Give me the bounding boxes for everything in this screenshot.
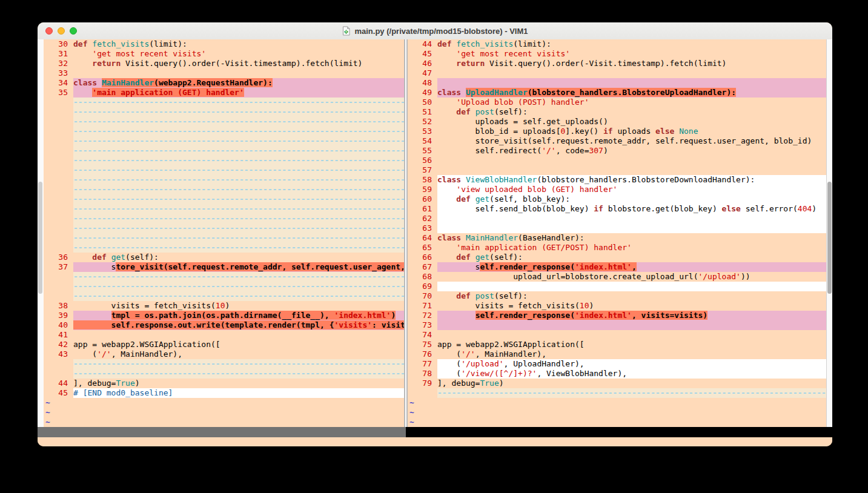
code-line[interactable]: 76 ('/', MainHandler), — [408, 349, 826, 359]
code-line-added[interactable]: 59 'view uploaded blob (GET) handler' — [408, 185, 826, 194]
code-line-added[interactable]: 45# [END mod0_baseline] — [44, 388, 404, 398]
code-line-changed[interactable]: 73 — [408, 320, 826, 330]
code-line[interactable]: 79], debug=True) — [408, 379, 826, 388]
diff-filler-line[interactable]: ----------------------------------------… — [44, 243, 404, 253]
empty-buffer-line[interactable]: ~ — [44, 408, 404, 417]
code-line[interactable]: 47 — [408, 68, 826, 78]
code-line[interactable]: 46 return Visit.query().order(-Visit.tim… — [408, 59, 826, 68]
line-number: 36 — [44, 253, 73, 262]
empty-buffer-line[interactable]: ~ — [408, 398, 826, 408]
empty-buffer-line[interactable]: ~ — [44, 398, 404, 408]
line-text: visits = fetch_visits(10) — [73, 301, 404, 311]
diff-filler-line[interactable]: ----------------------------------------… — [44, 127, 404, 136]
close-button[interactable] — [45, 27, 53, 35]
code-line-changed[interactable]: 49class UploadHandler(blobstore_handlers… — [408, 88, 826, 98]
code-line[interactable]: 57 — [408, 165, 826, 175]
code-line[interactable]: 65 'main application (GET/POST) handler' — [408, 243, 826, 253]
command-line[interactable] — [38, 437, 832, 446]
diff-filler-line[interactable]: ----------------------------------------… — [44, 107, 404, 117]
line-text: 'main application (GET/POST) handler' — [437, 243, 826, 253]
code-line-changed[interactable]: 34class MainHandler(webapp2.RequestHandl… — [44, 78, 404, 88]
code-line-added[interactable]: 77 ('/upload', UploadHandler), — [408, 359, 826, 369]
code-line[interactable]: 66 def get(self): — [408, 253, 826, 262]
right-scrollbar[interactable] — [826, 39, 832, 427]
code-line[interactable]: 43 ('/', MainHandler), — [44, 349, 404, 359]
empty-buffer-line[interactable]: ~ — [408, 417, 826, 427]
code-line[interactable]: 75app = webapp2.WSGIApplication([ — [408, 340, 826, 349]
diff-filler-line[interactable]: ----------------------------------------… — [44, 165, 404, 175]
line-number: 58 — [408, 175, 437, 185]
left-buffer[interactable]: 30def fetch_visits(limit):31 'get most r… — [44, 39, 404, 427]
statusline-left[interactable]: mod0-baseline/main.py — [38, 427, 406, 437]
code-line[interactable]: 74 — [408, 330, 826, 340]
diff-filler-line[interactable]: ----------------------------------------… — [44, 146, 404, 156]
diff-filler-line[interactable]: ----------------------------------------… — [44, 117, 404, 127]
diff-filler-line[interactable]: ----------------------------------------… — [44, 98, 404, 107]
line-text: ----------------------------------------… — [73, 136, 404, 146]
code-line[interactable]: 70 def post(self): — [408, 291, 826, 301]
diff-filler-line[interactable]: ----------------------------------------… — [44, 359, 404, 369]
statusline-right[interactable]: mod15-blobstore/main.py — [406, 427, 832, 437]
empty-buffer-line[interactable]: ~ — [44, 417, 404, 427]
code-line[interactable]: 36 def get(self): — [44, 253, 404, 262]
code-line[interactable]: 52 uploads = self.get_uploads() — [408, 117, 826, 127]
diff-filler-line[interactable]: ----------------------------------------… — [44, 233, 404, 243]
diff-filler-line[interactable]: ----------------------------------------… — [44, 175, 404, 185]
diff-filler-line[interactable]: ----------------------------------------… — [44, 291, 404, 301]
code-line[interactable]: 56 — [408, 156, 826, 165]
code-line-added[interactable]: 63 — [408, 223, 826, 233]
right-scrollbar-thumb[interactable] — [827, 182, 832, 294]
code-line-changed[interactable]: 39 tmpl = os.path.join(os.path.dirname(_… — [44, 311, 404, 320]
code-line[interactable]: 32 return Visit.query().order(-Visit.tim… — [44, 59, 404, 68]
code-line[interactable]: 51 def post(self): — [408, 107, 826, 117]
code-line[interactable]: 41 — [44, 330, 404, 340]
code-line-added[interactable]: 61 self.send_blob(blob_key) if blobstore… — [408, 204, 826, 214]
code-line[interactable]: 33 — [44, 68, 404, 78]
empty-buffer-line[interactable]: ~ — [408, 408, 826, 417]
code-line-changed[interactable]: 72 self.render_response('index.html', vi… — [408, 311, 826, 320]
line-number — [44, 282, 73, 291]
code-line[interactable]: 64class MainHandler(BaseHandler): — [408, 233, 826, 243]
diff-filler-line[interactable]: ----------------------------------------… — [44, 156, 404, 165]
diff-filler-line[interactable]: ----------------------------------------… — [44, 214, 404, 223]
right-buffer[interactable]: 44def fetch_visits(limit):45 'get most r… — [408, 39, 826, 427]
code-line[interactable]: 44], debug=True) — [44, 379, 404, 388]
diff-filler-line[interactable]: ----------------------------------------… — [44, 282, 404, 291]
code-line-changed[interactable]: 35 'main application (GET) handler' — [44, 88, 404, 98]
code-line[interactable]: 31 'get most recent visits' — [44, 49, 404, 59]
code-line-added[interactable]: 78 ('/view/([^/]+)?', ViewBlobHandler), — [408, 369, 826, 379]
diff-filler-line[interactable]: ----------------------------------------… — [44, 272, 404, 282]
code-line[interactable]: 71 visits = fetch_visits(10) — [408, 301, 826, 311]
code-line[interactable]: 30def fetch_visits(limit): — [44, 39, 404, 49]
left-scrollbar-thumb[interactable] — [38, 182, 42, 294]
titlebar[interactable]: V main.py (/private/tmp/mod15-blobstore)… — [38, 22, 832, 40]
code-line[interactable]: 38 visits = fetch_visits(10) — [44, 301, 404, 311]
code-line[interactable]: 50 'Upload blob (POST) handler' — [408, 98, 826, 107]
diff-filler-line[interactable]: ----------------------------------------… — [44, 136, 404, 146]
diff-filler-line[interactable]: ----------------------------------------… — [408, 388, 826, 398]
diff-filler-line[interactable]: ----------------------------------------… — [44, 194, 404, 204]
code-line-added[interactable]: 58class ViewBlobHandler(blobstore_handle… — [408, 175, 826, 185]
code-line-changed[interactable]: 67 self.render_response('index.html', — [408, 262, 826, 272]
code-line[interactable]: 45 'get most recent visits' — [408, 49, 826, 59]
code-line[interactable]: 68 upload_url=blobstore.create_upload_ur… — [408, 272, 826, 282]
diff-filler-line[interactable]: ----------------------------------------… — [44, 369, 404, 379]
code-line-added[interactable]: 60 def get(self, blob_key): — [408, 194, 826, 204]
code-line[interactable]: 54 store_visit(self.request.remote_addr,… — [408, 136, 826, 146]
code-line-changed[interactable]: 37 store_visit(self.request.remote_addr,… — [44, 262, 404, 272]
code-line-added[interactable]: 69 — [408, 282, 826, 291]
diff-filler-line[interactable]: ----------------------------------------… — [44, 223, 404, 233]
diff-filler-line[interactable]: ----------------------------------------… — [44, 185, 404, 194]
line-text — [73, 330, 404, 340]
code-line[interactable]: 55 self.redirect('/', code=307) — [408, 146, 826, 156]
code-line[interactable]: 53 blob_id = uploads[0].key() if uploads… — [408, 127, 826, 136]
code-line[interactable]: 42app = webapp2.WSGIApplication([ — [44, 340, 404, 349]
code-line-changed[interactable]: 40 self.response.out.write(template.rend… — [44, 320, 404, 330]
code-line[interactable]: 44def fetch_visits(limit): — [408, 39, 826, 49]
diff-filler-line[interactable]: ----------------------------------------… — [44, 204, 404, 214]
code-line-added[interactable]: 62 — [408, 214, 826, 223]
line-text: ('/', MainHandler), — [73, 349, 404, 359]
zoom-button[interactable] — [70, 27, 77, 35]
minimize-button[interactable] — [58, 27, 65, 35]
code-line-changed[interactable]: 48 — [408, 78, 826, 88]
